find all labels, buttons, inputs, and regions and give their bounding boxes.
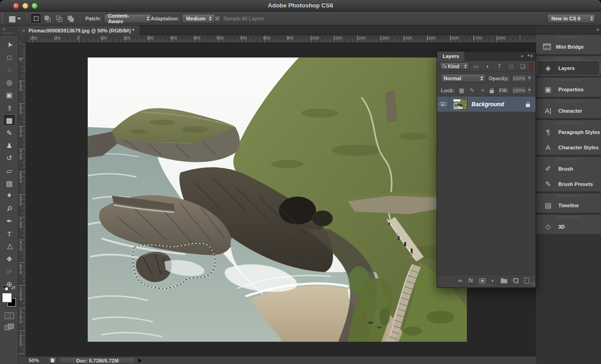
panel-grip-icon[interactable] (556, 195, 582, 197)
collapse-dock-icon[interactable]: « (596, 26, 598, 32)
layer-style-icon[interactable]: fx (468, 277, 473, 284)
separator (4, 88, 15, 89)
toolbar-header[interactable]: » (0, 26, 19, 35)
layers-panel-header[interactable]: Layers » ▾≡ (437, 51, 536, 61)
path-selection-tool[interactable]: ▷ (3, 241, 15, 252)
filter-smart-objects-icon[interactable]: ❏ (519, 63, 526, 70)
dock-button-character-styles[interactable]: ACharacter Styles (537, 140, 600, 155)
clone-stamp-tool[interactable]: ♟ (3, 140, 15, 151)
document-tab[interactable]: × Pixmac000083913679.jpg @ 50% (RGB/8#) … (19, 26, 140, 35)
lock-all-icon[interactable] (490, 90, 494, 93)
dock-button-properties[interactable]: ▣Properties (537, 82, 600, 97)
layer-row-background[interactable]: Background (437, 96, 536, 112)
adaptation-select[interactable]: Medium (182, 14, 215, 23)
panel-grip-icon[interactable] (556, 79, 582, 81)
hand-tool[interactable]: ☞ (3, 266, 15, 277)
panel-grip-icon[interactable] (556, 216, 582, 218)
new-group-icon[interactable] (501, 278, 507, 283)
lasso-tool[interactable]: ◌ (3, 64, 15, 75)
type-tool[interactable]: T (3, 228, 15, 239)
status-options-button[interactable] (136, 357, 144, 364)
quick-selection-tool[interactable]: ◎ (3, 77, 15, 88)
close-document-icon[interactable]: × (22, 28, 25, 33)
panel-menu-icon[interactable]: ▾≡ (528, 53, 533, 58)
panel-grip-icon[interactable] (556, 121, 582, 124)
dock-button-brush-presets[interactable]: ✎Brush Presets (537, 176, 600, 192)
patch-tool[interactable]: ▩ (3, 115, 15, 126)
panel-grip-icon[interactable] (556, 36, 582, 38)
options-bar-grip[interactable] (1, 14, 4, 23)
custom-shape-tool[interactable]: ❖ (3, 253, 15, 264)
panel-grip-icon[interactable] (556, 100, 582, 102)
layers-tab[interactable]: Layers (437, 51, 465, 61)
opacity-field[interactable]: 100% (512, 74, 532, 83)
panel-drag-grip[interactable] (479, 284, 493, 286)
horizontal-ruler[interactable]: 2001000100200300400500600700800900100011… (19, 35, 536, 43)
document-size-field[interactable]: Doc: 5.72M/5.72M (59, 357, 136, 364)
screen-mode-button[interactable] (5, 324, 14, 331)
layer-thumbnail[interactable] (453, 99, 468, 110)
filter-adjustment-layers-icon[interactable]: ◐ (484, 63, 491, 70)
move-tool[interactable]: ➤ (3, 39, 15, 50)
dock-button-mini-bridge[interactable]: MbMini Bridge (537, 39, 600, 54)
zoom-level-field[interactable]: 50% (29, 358, 39, 363)
eraser-tool[interactable]: ▱ (3, 165, 15, 176)
rectangular-marquee-tool[interactable]: □ (3, 51, 15, 63)
add-layer-mask-icon[interactable] (479, 278, 485, 283)
collapse-panel-icon[interactable]: » (521, 53, 523, 58)
foreground-color-swatch[interactable] (2, 293, 12, 302)
brush-tool[interactable]: ✎ (3, 127, 15, 138)
dock-button-paragraph-styles[interactable]: ¶Paragraph Styles (537, 124, 600, 140)
dock-button-3d[interactable]: ◇3D (537, 219, 600, 234)
chevron-down-icon[interactable] (527, 86, 531, 94)
pen-tool[interactable]: ✒ (3, 216, 15, 227)
delete-layer-icon[interactable] (524, 278, 529, 284)
lock-transparency-icon[interactable]: ▦ (458, 87, 465, 94)
workspace-select[interactable]: New in CS 6 (547, 14, 595, 23)
crop-tool[interactable]: ▣ (3, 89, 15, 101)
layer-visibility-toggle[interactable] (437, 96, 449, 112)
panel-resize-handle[interactable] (530, 281, 535, 286)
dock-button-layers[interactable]: ◈Layers (537, 60, 600, 76)
eyedropper-tool[interactable]: ✑ (3, 102, 15, 113)
filter-pixel-layers-icon[interactable]: ▭ (472, 63, 480, 70)
layers-list-empty-area[interactable] (437, 112, 536, 275)
ruler-origin-corner[interactable] (19, 35, 26, 43)
dock-button-brush[interactable]: ✐Brush (537, 161, 600, 176)
swap-colors-icon[interactable]: ⇄ (11, 285, 15, 291)
filter-shape-layers-icon[interactable]: □ (507, 63, 515, 70)
intersect-selection-button[interactable] (65, 13, 76, 24)
lock-position-icon[interactable]: + (479, 87, 486, 94)
dock-button-label: Paragraph Styles (558, 129, 600, 135)
patch-tool-preset[interactable]: ▩ (8, 12, 21, 26)
panel-grip-icon[interactable] (556, 57, 582, 60)
vertical-ruler[interactable]: 0010020030040050060070080090010001100120… (19, 43, 26, 356)
blur-tool[interactable]: ♠ (3, 190, 15, 201)
blend-mode-select[interactable]: Normal (441, 74, 486, 83)
quick-mask-button[interactable] (5, 313, 14, 319)
link-layers-icon[interactable]: ∞ (459, 277, 463, 284)
filter-type-layers-icon[interactable]: T (496, 63, 503, 70)
chevron-down-icon[interactable] (527, 74, 531, 82)
panel-grip-icon[interactable] (556, 158, 582, 160)
default-colors-icon[interactable] (3, 285, 8, 291)
history-brush-tool[interactable]: ↺ (3, 153, 15, 164)
new-adjustment-layer-icon[interactable]: ◐ (491, 277, 495, 284)
expand-toolbar-icon[interactable]: » (3, 26, 5, 32)
filter-toggle-icon[interactable] (530, 63, 533, 70)
add-to-selection-button[interactable] (42, 13, 53, 24)
subtract-from-selection-button[interactable] (54, 13, 65, 24)
dock-button-timeline[interactable]: ▤Timeline (537, 198, 600, 213)
new-selection-button[interactable] (31, 13, 41, 24)
lock-pixels-icon[interactable]: ✎ (469, 87, 475, 94)
fill-field[interactable]: 100% (512, 86, 532, 95)
add-to-selection-icon (45, 16, 51, 22)
new-layer-icon[interactable] (513, 278, 518, 283)
dodge-tool[interactable]: ⚲ (3, 203, 15, 214)
dock-button-character[interactable]: A|Character (537, 103, 600, 118)
page-setup-button[interactable] (48, 357, 57, 364)
gradient-tool[interactable]: ▨ (3, 178, 15, 189)
filter-kind-select[interactable]: Kind (440, 62, 469, 70)
sample-all-layers-checkbox[interactable]: ✓ (214, 16, 220, 22)
document-image[interactable] (88, 57, 467, 342)
